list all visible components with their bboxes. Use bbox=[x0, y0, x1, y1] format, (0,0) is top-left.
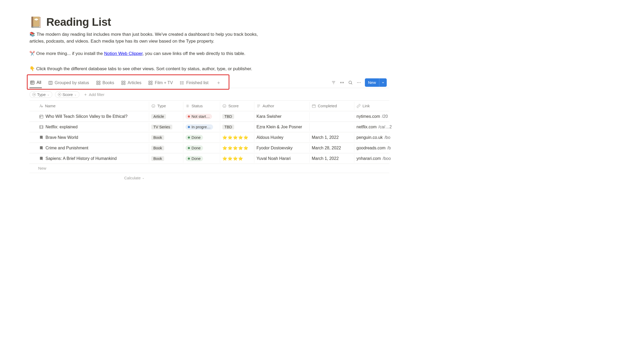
cell-score[interactable]: TBD bbox=[220, 123, 254, 131]
new-row-button[interactable]: New bbox=[29, 164, 389, 173]
cell-link[interactable]: netflix.com/ca/…2 bbox=[354, 123, 394, 131]
cell-status[interactable]: In progre… bbox=[183, 123, 220, 131]
cell-completed[interactable] bbox=[310, 125, 354, 129]
add-view-button[interactable] bbox=[215, 81, 222, 86]
tip-suffix: , you can save links off the web directl… bbox=[143, 51, 245, 56]
tab-grouped[interactable]: Grouped by status bbox=[48, 79, 90, 88]
status-pill: Done bbox=[185, 156, 203, 161]
status-dot-icon bbox=[188, 126, 190, 128]
tab-grouped-label: Grouped by status bbox=[55, 80, 89, 85]
col-type[interactable]: Type bbox=[149, 102, 183, 110]
database-table: Name Type Status Score Author Completed bbox=[29, 100, 389, 173]
cell-author[interactable]: Kara Swisher bbox=[254, 112, 310, 121]
filter-score-label: Score bbox=[63, 92, 73, 97]
cell-completed[interactable]: March 28, 2022 bbox=[310, 144, 354, 152]
svg-point-35 bbox=[360, 82, 360, 83]
filter-icon[interactable] bbox=[331, 80, 336, 85]
cell-author[interactable]: Ezra Klein & Joe Posner bbox=[254, 123, 310, 131]
col-name[interactable]: Name bbox=[29, 102, 149, 110]
search-icon[interactable] bbox=[348, 80, 353, 85]
scissors-emoji: ✂️ bbox=[29, 51, 35, 56]
tab-articles[interactable]: Articles bbox=[120, 79, 142, 88]
cell-type[interactable]: TV Series bbox=[149, 123, 183, 131]
svg-rect-16 bbox=[149, 83, 150, 84]
tab-books[interactable]: Books bbox=[95, 79, 115, 88]
cell-author[interactable]: Aldous Huxley bbox=[254, 133, 310, 142]
tab-filmtv[interactable]: Film + TV bbox=[148, 79, 173, 88]
table-row[interactable]: Brave New World Book Done ⭐⭐⭐⭐⭐ Aldous H… bbox=[29, 132, 389, 143]
svg-rect-13 bbox=[124, 83, 125, 84]
col-score[interactable]: Score bbox=[220, 102, 254, 110]
author-text: Kara Swisher bbox=[256, 114, 281, 119]
cell-name[interactable]: Netflix: explained bbox=[29, 123, 149, 131]
new-button[interactable]: New bbox=[365, 78, 387, 87]
more-icon[interactable] bbox=[356, 80, 361, 85]
cell-completed[interactable]: March 1, 2022 bbox=[310, 154, 354, 163]
cell-name[interactable]: Crime and Punishment bbox=[29, 144, 149, 152]
col-link[interactable]: Link bbox=[354, 102, 394, 110]
cell-link[interactable]: ynharari.com/boo bbox=[354, 154, 394, 163]
calculate-label: Calculate bbox=[124, 176, 141, 180]
new-button-dropdown[interactable] bbox=[379, 78, 387, 87]
cell-author[interactable]: Fyodor Dostoevsky bbox=[254, 144, 310, 152]
web-clipper-link[interactable]: Notion Web Clipper bbox=[104, 51, 143, 56]
cell-type[interactable]: Article bbox=[149, 112, 183, 121]
svg-rect-54 bbox=[312, 105, 315, 108]
cell-score[interactable]: ⭐⭐⭐⭐⭐ bbox=[220, 144, 254, 152]
col-completed[interactable]: Completed bbox=[310, 102, 354, 110]
sort-icon[interactable] bbox=[340, 80, 344, 85]
cell-status[interactable]: Not start… bbox=[183, 112, 220, 121]
cell-completed[interactable]: March 1, 2022 bbox=[310, 133, 354, 142]
cell-name[interactable]: Brave New World bbox=[29, 133, 149, 142]
filter-type[interactable]: Type ⌄ bbox=[29, 91, 52, 98]
gallery-icon bbox=[121, 80, 126, 85]
chevron-down-icon: ⌄ bbox=[142, 176, 144, 180]
calculate-button[interactable]: Calculate ⌄ bbox=[124, 173, 389, 183]
tab-finished[interactable]: Finished list bbox=[179, 79, 209, 88]
table-row[interactable]: Who Will Teach Silicon Valley to Be Ethi… bbox=[29, 111, 389, 122]
cell-link[interactable]: penguin.co.uk/bo bbox=[354, 133, 394, 142]
col-status[interactable]: Status bbox=[183, 102, 220, 110]
cell-name[interactable]: Who Will Teach Silicon Valley to Be Ethi… bbox=[29, 112, 149, 121]
svg-rect-62 bbox=[40, 117, 41, 117]
page-icon[interactable]: 📔 bbox=[29, 17, 43, 27]
cell-status[interactable]: Done bbox=[183, 133, 220, 142]
link-domain: penguin.co.uk bbox=[356, 135, 383, 140]
cell-status[interactable]: Done bbox=[183, 144, 220, 153]
table-row[interactable]: Sapiens: A Brief History of Humankind Bo… bbox=[29, 153, 389, 164]
cell-status[interactable]: Done bbox=[183, 154, 220, 163]
cell-link[interactable]: nytimes.com/20 bbox=[354, 112, 394, 121]
svg-rect-6 bbox=[97, 81, 98, 82]
table-row[interactable]: Crime and Punishment Book Done ⭐⭐⭐⭐⭐ Fyo… bbox=[29, 143, 389, 153]
tab-all[interactable]: All bbox=[29, 79, 42, 88]
cell-type[interactable]: Book bbox=[149, 133, 183, 142]
cell-name[interactable]: Sapiens: A Brief History of Humankind bbox=[29, 154, 149, 163]
add-filter-button[interactable]: Add filter bbox=[82, 92, 104, 97]
cell-link[interactable]: goodreads.com/b bbox=[354, 144, 394, 152]
col-author-label: Author bbox=[263, 104, 274, 108]
cell-type[interactable]: Book bbox=[149, 144, 183, 152]
svg-rect-71 bbox=[40, 149, 42, 150]
status-dot-icon bbox=[188, 115, 190, 118]
svg-rect-7 bbox=[99, 81, 100, 82]
svg-point-41 bbox=[187, 105, 188, 106]
col-type-label: Type bbox=[157, 104, 166, 108]
col-author[interactable]: Author bbox=[254, 102, 310, 110]
cell-author[interactable]: Yuval Noah Harari bbox=[254, 154, 310, 163]
filter-score[interactable]: Score ⌄ bbox=[55, 91, 79, 98]
cell-score[interactable]: ⭐⭐⭐⭐ bbox=[220, 154, 254, 163]
score-tag: TBD bbox=[222, 125, 234, 129]
cell-completed[interactable] bbox=[310, 115, 354, 118]
page-tip2: 👇 Click through the different database t… bbox=[29, 65, 389, 72]
link-domain: netflix.com bbox=[356, 125, 376, 129]
type-tag: Book bbox=[151, 156, 164, 161]
view-tabs: All Grouped by status Books Articles Fil… bbox=[29, 77, 222, 88]
page-title[interactable]: Reading List bbox=[46, 16, 111, 28]
status-dot-icon bbox=[188, 136, 190, 139]
tab-all-label: All bbox=[37, 80, 41, 85]
cell-score[interactable]: TBD bbox=[220, 112, 254, 121]
cell-score[interactable]: ⭐⭐⭐⭐⭐ bbox=[220, 133, 254, 142]
cell-type[interactable]: Book bbox=[149, 154, 183, 163]
select-icon bbox=[222, 104, 227, 108]
table-row[interactable]: Netflix: explained TV Series In progre… … bbox=[29, 122, 389, 132]
